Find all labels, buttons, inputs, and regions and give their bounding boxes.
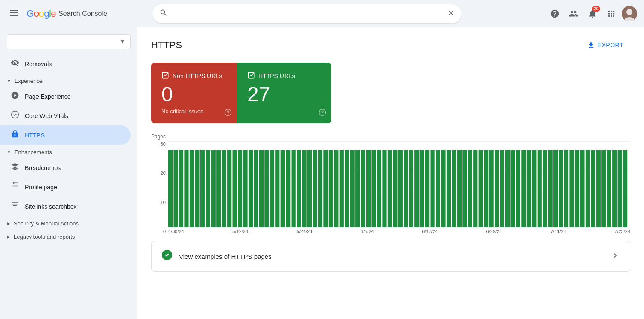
svg-point-6	[12, 111, 19, 118]
sidebar-item-https[interactable]: HTTPS	[0, 125, 131, 145]
svg-rect-19	[179, 150, 183, 227]
property-text	[12, 38, 118, 45]
app-header: Google Search Console 20	[0, 0, 644, 27]
main-content: HTTPS EXPORT Non-HTTPS URLs 0 No critica…	[137, 27, 644, 319]
https-checkbox-icon	[247, 71, 255, 81]
sidebar-item-page-experience[interactable]: Page Experience	[0, 87, 131, 106]
dropdown-arrow-icon: ▼	[120, 39, 125, 45]
enhancements-arrow-icon: ▼	[7, 150, 11, 155]
svg-rect-35	[264, 150, 269, 227]
export-button[interactable]: EXPORT	[580, 38, 630, 52]
page-experience-icon	[10, 91, 20, 102]
y-tick-30: 30	[151, 141, 166, 146]
svg-rect-22	[195, 150, 199, 227]
svg-rect-51	[350, 150, 355, 227]
notifications-button[interactable]: 20	[584, 5, 601, 22]
svg-rect-68	[441, 150, 445, 227]
chevron-right-icon	[611, 251, 620, 262]
profile-page-label: Profile page	[25, 184, 57, 191]
svg-rect-70	[452, 150, 456, 227]
svg-rect-17	[168, 150, 173, 227]
legacy-section[interactable]: ▶ Legacy tools and reports	[0, 229, 137, 243]
non-https-count: 0	[161, 84, 227, 105]
svg-rect-53	[361, 150, 365, 227]
svg-rect-43	[307, 150, 312, 227]
green-check-icon	[162, 250, 172, 263]
svg-rect-90	[559, 150, 563, 227]
svg-rect-87	[543, 150, 547, 227]
svg-rect-7	[162, 72, 168, 78]
svg-rect-65	[425, 150, 429, 227]
profile-page-icon	[10, 182, 20, 192]
svg-rect-59	[393, 150, 397, 227]
svg-rect-39	[286, 150, 290, 227]
svg-rect-10	[248, 72, 254, 78]
breadcrumbs-icon	[10, 162, 20, 173]
avatar[interactable]	[622, 6, 637, 21]
property-selector[interactable]: ▼	[7, 34, 131, 49]
svg-rect-75	[479, 150, 483, 227]
svg-rect-58	[388, 150, 392, 227]
svg-rect-62	[409, 150, 413, 227]
svg-rect-79	[500, 150, 504, 227]
svg-rect-30	[238, 150, 242, 227]
chart-svg	[168, 141, 630, 227]
svg-rect-56	[377, 150, 381, 227]
svg-rect-66	[430, 150, 434, 227]
sidebar-item-sitelinks-searchbox[interactable]: Sitelinks searchbox	[0, 197, 131, 216]
svg-rect-98	[601, 150, 606, 227]
svg-rect-55	[371, 150, 376, 227]
search-clear-icon[interactable]	[447, 9, 455, 19]
svg-rect-63	[414, 150, 419, 227]
svg-rect-74	[473, 150, 477, 227]
status-cards: Non-HTTPS URLs 0 No critical issues HTTP…	[151, 63, 630, 123]
svg-rect-83	[521, 150, 526, 227]
svg-rect-49	[340, 150, 344, 227]
x-tick-711: 7/11/24	[550, 229, 566, 234]
search-input[interactable]	[173, 10, 442, 18]
svg-rect-1	[10, 12, 18, 13]
https-help-icon[interactable]	[319, 109, 326, 118]
svg-point-4	[626, 9, 632, 15]
sidebar-item-breadcrumbs[interactable]: Breadcrumbs	[0, 158, 131, 177]
security-arrow-icon: ▶	[7, 221, 10, 226]
search-icon	[159, 9, 168, 19]
svg-rect-40	[292, 150, 296, 227]
svg-rect-54	[366, 150, 371, 227]
apps-button[interactable]	[603, 5, 620, 22]
main-layout: ▼ Removals ▼ Experience Page Experience …	[0, 27, 644, 319]
svg-rect-92	[569, 150, 574, 227]
svg-rect-88	[548, 150, 553, 227]
sitelinks-searchbox-label: Sitelinks searchbox	[25, 203, 77, 210]
removals-label: Removals	[25, 61, 52, 67]
search-settings-button[interactable]	[565, 5, 582, 22]
chart-wrapper: Pages 30 20 10 0	[151, 134, 630, 234]
svg-rect-89	[553, 150, 558, 227]
experience-label: Experience	[15, 78, 43, 84]
examples-text: View examples of HTTPS pages	[179, 253, 604, 260]
security-section[interactable]: ▶ Security & Manual Actions	[0, 216, 137, 229]
enhancements-section[interactable]: ▼ Enhancements	[0, 145, 137, 158]
svg-rect-71	[457, 150, 462, 227]
svg-rect-45	[318, 150, 322, 227]
sidebar-item-profile-page[interactable]: Profile page	[0, 177, 131, 197]
svg-rect-46	[323, 150, 328, 227]
x-tick-524: 5/24/24	[297, 229, 313, 234]
x-tick-629: 6/29/24	[486, 229, 502, 234]
sidebar-item-removals[interactable]: Removals	[0, 54, 131, 73]
svg-rect-28	[227, 150, 231, 227]
help-button[interactable]	[546, 5, 563, 22]
experience-section[interactable]: ▼ Experience	[0, 73, 137, 87]
examples-link-card[interactable]: View examples of HTTPS pages	[151, 241, 630, 272]
svg-rect-23	[200, 150, 205, 227]
menu-button[interactable]	[7, 6, 21, 22]
https-count: 27	[247, 84, 321, 105]
svg-rect-99	[607, 150, 611, 227]
svg-rect-38	[281, 150, 285, 227]
x-tick-430: 4/30/24	[168, 229, 184, 234]
non-https-help-icon[interactable]	[224, 109, 232, 118]
sidebar-item-core-web-vitals[interactable]: Core Web Vitals	[0, 106, 131, 125]
svg-rect-78	[495, 150, 499, 227]
page-experience-label: Page Experience	[25, 93, 71, 100]
logo[interactable]: Google Search Console	[27, 8, 107, 19]
